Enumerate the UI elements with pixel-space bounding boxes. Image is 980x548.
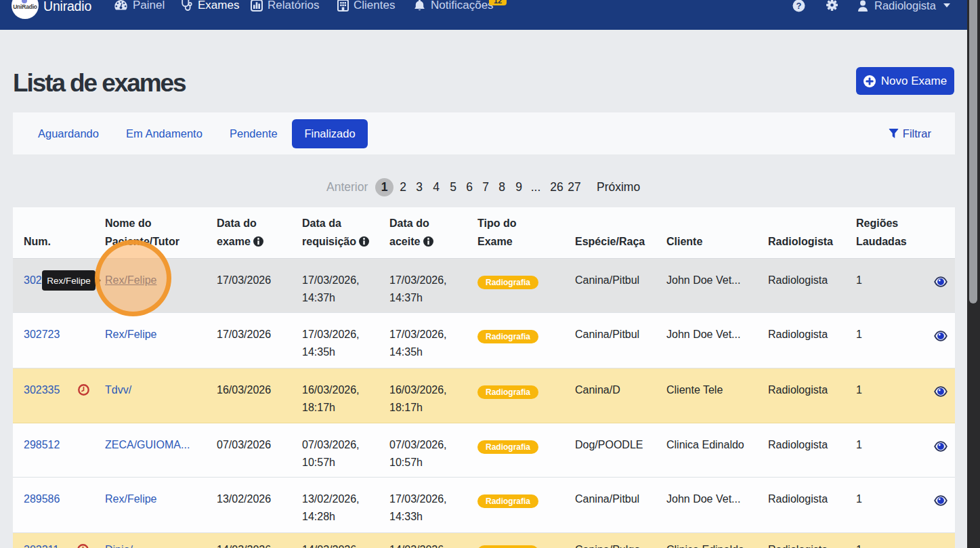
svg-text:?: ? — [796, 1, 802, 11]
